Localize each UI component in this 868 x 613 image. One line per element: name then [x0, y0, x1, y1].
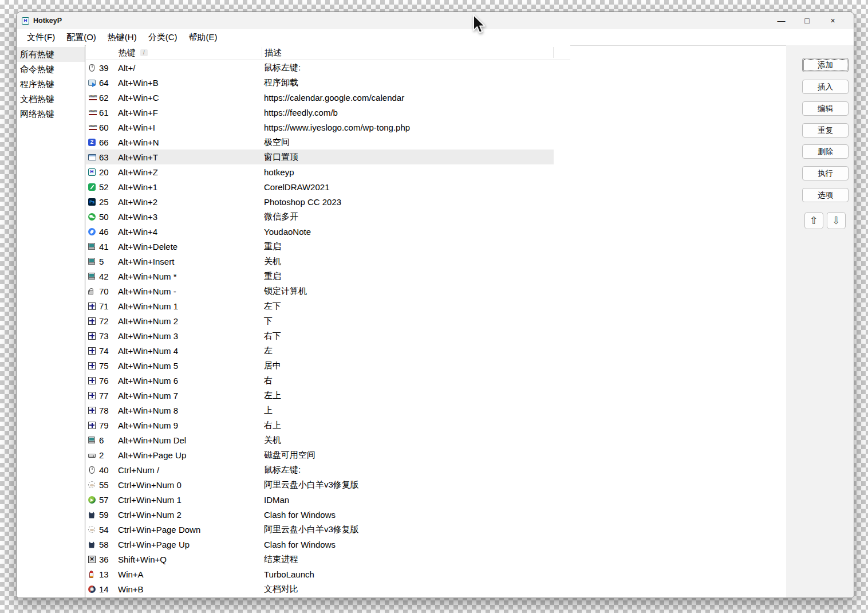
- column-header-hotkey[interactable]: 热键 /: [119, 45, 148, 60]
- row-icon-cell: [88, 392, 99, 399]
- row-id: 73: [99, 331, 118, 341]
- photoshop-icon: [88, 198, 96, 206]
- menu-help[interactable]: 帮助(E): [183, 30, 223, 45]
- row-hotkey: Alt+Win+Delete: [118, 242, 264, 252]
- table-row[interactable]: 36Shift+Win+Q结束进程: [86, 552, 554, 567]
- table-row[interactable]: 25Alt+Win+2Photoshop CC 2023: [86, 194, 554, 209]
- table-row[interactable]: 73Alt+Win+Num 3右下: [86, 328, 554, 343]
- hotkey-column-label: 热键: [119, 45, 136, 60]
- list-header: 热键 / 描述: [86, 45, 570, 60]
- table-row[interactable]: 46Alt+Win+4YoudaoNote: [86, 224, 554, 239]
- row-icon-cell: [88, 108, 99, 116]
- title-bar[interactable]: HotkeyP —□×: [17, 12, 854, 29]
- options-button[interactable]: 选项: [802, 188, 849, 202]
- row-icon-cell: [88, 571, 99, 578]
- row-icon-cell: [88, 511, 99, 518]
- table-row[interactable]: 63Alt+Win+T窗口置顶: [86, 150, 554, 164]
- table-row[interactable]: 20Alt+Win+Zhotkeyp: [86, 164, 554, 179]
- table-row[interactable]: 39Alt+/鼠标左键:: [86, 60, 554, 75]
- table-row[interactable]: 52Alt+Win+1CorelDRAW2021: [86, 179, 554, 194]
- close-button[interactable]: ×: [820, 12, 846, 29]
- sidebar-item-network-hotkeys[interactable]: 网络热键: [17, 107, 85, 121]
- row-id: 79: [99, 421, 118, 430]
- table-row[interactable]: 5Alt+Win+Insert关机: [86, 254, 554, 269]
- row-id: 52: [99, 182, 118, 192]
- maximize-button[interactable]: □: [794, 12, 820, 29]
- table-row[interactable]: 57Ctrl+Win+Num 1IDMan: [86, 492, 554, 507]
- rocket-icon: [89, 571, 93, 578]
- column-separator[interactable]: [262, 47, 262, 58]
- execute-button[interactable]: 执行: [802, 166, 849, 180]
- row-icon-cell: [88, 139, 99, 146]
- row-id: 50: [99, 212, 118, 222]
- table-row[interactable]: 76Alt+Win+Num 6右: [86, 373, 554, 388]
- table-row[interactable]: 59Ctrl+Win+Num 2Clash for Windows: [86, 507, 554, 522]
- add-button[interactable]: 添加: [802, 58, 849, 72]
- table-row[interactable]: 42Alt+Win+Num *重启: [86, 269, 554, 284]
- sidebar-item-command-hotkeys[interactable]: 命令热键: [17, 62, 85, 77]
- menu-file[interactable]: 文件(F): [21, 30, 61, 45]
- row-icon-cell: [88, 302, 99, 310]
- row-description: 关机: [264, 435, 554, 446]
- minimize-button[interactable]: —: [768, 12, 794, 29]
- table-row[interactable]: 6Alt+Win+Num Del关机: [86, 433, 554, 447]
- row-hotkey: Alt+Win+Insert: [118, 257, 264, 266]
- table-row[interactable]: 74Alt+Win+Num 4左: [86, 343, 554, 358]
- move-up-button[interactable]: ⇧: [804, 212, 823, 229]
- column-separator[interactable]: [553, 47, 554, 58]
- move-down-button[interactable]: ⇩: [827, 212, 846, 229]
- menu-config[interactable]: 配置(O): [61, 30, 102, 45]
- table-row[interactable]: 64Alt+Win+B程序卸载: [86, 75, 554, 90]
- column-header-description[interactable]: 描述: [265, 45, 282, 60]
- table-row[interactable]: 50Alt+Win+3微信多开: [86, 209, 554, 224]
- insert-button[interactable]: 插入: [802, 80, 849, 94]
- row-id: 13: [99, 569, 118, 579]
- row-id: 20: [99, 167, 118, 177]
- table-row[interactable]: 54Ctrl+Win+Page Down阿里云盘小白羊v3修复版: [86, 522, 554, 537]
- row-description: 重启: [264, 241, 554, 252]
- table-row[interactable]: 78Alt+Win+Num 8上: [86, 403, 554, 418]
- sidebar-item-document-hotkeys[interactable]: 文档热键: [17, 92, 85, 107]
- sidebar-item-program-hotkeys[interactable]: 程序热键: [17, 77, 85, 92]
- table-row[interactable]: 2Alt+Win+Page Up磁盘可用空间: [86, 447, 554, 462]
- table-row[interactable]: 41Alt+Win+Delete重启: [86, 239, 554, 254]
- table-row[interactable]: 60Alt+Win+Ihttps://www.iyeslogo.com/wp-t…: [86, 120, 554, 135]
- table-row[interactable]: 79Alt+Win+Num 9右上: [86, 418, 554, 433]
- move-icon: [88, 422, 96, 429]
- table-row[interactable]: 58Ctrl+Win+Page UpClash for Windows: [86, 537, 554, 552]
- row-hotkey: Ctrl+Win+Num 0: [118, 480, 264, 490]
- row-description: 上: [264, 405, 554, 416]
- row-id: 57: [99, 495, 118, 505]
- wechat-icon: [88, 213, 96, 221]
- move-icon: [88, 392, 96, 399]
- row-id: 74: [99, 346, 118, 356]
- edit-button[interactable]: 编辑: [802, 101, 849, 116]
- row-description: 文档对比: [264, 584, 554, 595]
- table-row[interactable]: 71Alt+Win+Num 1左下: [86, 298, 554, 313]
- table-row[interactable]: 14Win+B文档对比: [86, 581, 554, 596]
- row-hotkey: Alt+Win+Num 4: [118, 346, 264, 356]
- row-hotkey: Alt+Win+Num -: [118, 286, 264, 296]
- delete-button[interactable]: 删除: [802, 144, 849, 159]
- duplicate-button[interactable]: 重复: [802, 123, 849, 137]
- table-row[interactable]: 70Alt+Win+Num -锁定计算机: [86, 284, 554, 298]
- sidebar-item-all-hotkeys[interactable]: 所有热键: [17, 47, 85, 62]
- menu-hotkey[interactable]: 热键(H): [102, 30, 143, 45]
- row-id: 46: [99, 227, 118, 237]
- menu-category[interactable]: 分类(C): [143, 30, 183, 45]
- row-hotkey: Alt+Win+Z: [118, 167, 264, 177]
- table-row[interactable]: 13Win+ATurboLaunch: [86, 567, 554, 581]
- row-id: 70: [99, 286, 118, 296]
- table-row[interactable]: 40Ctrl+Num /鼠标左键:: [86, 462, 554, 477]
- window-icon: [88, 154, 96, 160]
- row-icon-cell: [88, 245, 99, 248]
- table-row[interactable]: 77Alt+Win+Num 7左上: [86, 388, 554, 403]
- table-row[interactable]: 55Ctrl+Win+Num 0阿里云盘小白羊v3修复版: [86, 477, 554, 492]
- table-row[interactable]: 66Alt+Win+N极空间: [86, 135, 554, 150]
- mouse-icon: [89, 466, 94, 474]
- table-row[interactable]: 72Alt+Win+Num 2下: [86, 313, 554, 328]
- table-row[interactable]: 75Alt+Win+Num 5居中: [86, 358, 554, 373]
- row-id: 39: [99, 63, 118, 73]
- table-row[interactable]: 61Alt+Win+Fhttps://feedly.com/b: [86, 105, 554, 120]
- table-row[interactable]: 62Alt+Win+Chttps://calendar.google.com/c…: [86, 90, 554, 105]
